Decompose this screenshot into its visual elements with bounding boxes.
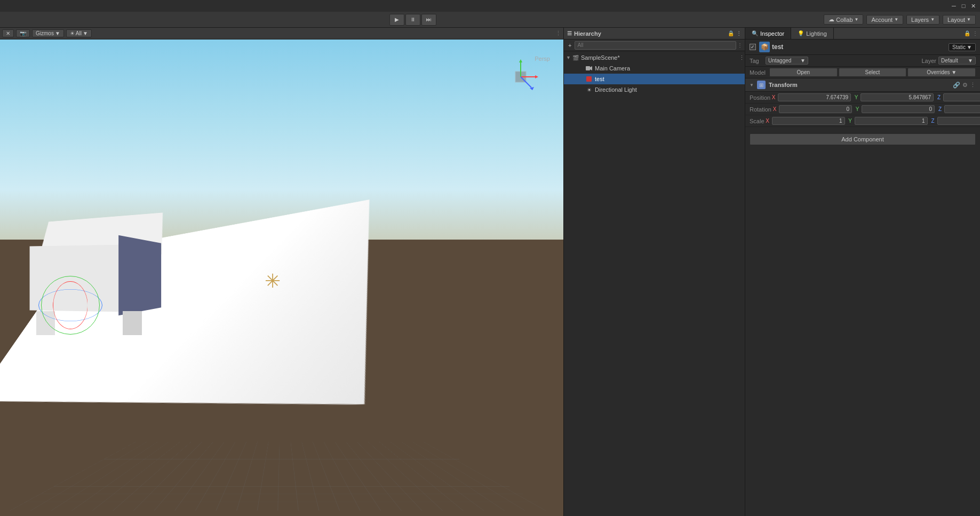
object-leg-right	[123, 311, 141, 335]
ground-grid	[10, 442, 554, 511]
add-component-button[interactable]: Add Component	[750, 133, 976, 145]
play-button[interactable]: ▶	[389, 14, 404, 26]
inspector-tabs: 🔍 Inspector 💡 Lighting 🔒 ⋮	[745, 28, 980, 39]
sun-light-icon: ✳	[265, 268, 281, 292]
tree-item-light[interactable]: ☀ Directional Light	[564, 84, 745, 95]
tree-item-camera[interactable]: Main Camera	[564, 63, 745, 74]
rotation-z-input[interactable]	[944, 105, 980, 113]
scene-root-arrow: ▼	[566, 55, 572, 60]
hierarchy-icon: ☰	[567, 30, 572, 36]
maximize-button[interactable]: □	[959, 1, 968, 11]
scale-x-label: X	[764, 118, 771, 124]
transform-more-icon[interactable]: ⋮	[970, 82, 976, 89]
object-name-input[interactable]	[772, 43, 949, 51]
minimize-button[interactable]: ─	[949, 1, 959, 11]
all-button[interactable]: ☀ All ▼	[66, 29, 92, 37]
scene-root-item[interactable]: ▼ 🎬 SampleScene* ⋮	[564, 52, 745, 63]
hierarchy-header: ☰ Hierarchy 🔒 ⋮	[564, 28, 745, 39]
inspector-content: ✓ 📦 Static ▼ Tag Untagged ▼ Layer	[745, 39, 980, 516]
camera-icon	[585, 65, 593, 72]
transform-title: Transform	[769, 82, 953, 88]
tag-value: Untagged	[768, 58, 791, 63]
static-label: Static	[952, 44, 966, 50]
scene-more-btn[interactable]: ⋮	[739, 54, 745, 61]
collab-button[interactable]: ☁ Collab ▼	[824, 14, 863, 25]
static-badge[interactable]: Static ▼	[949, 43, 976, 51]
object-icon: 📦	[759, 42, 770, 52]
scene-more-button[interactable]: ⋮	[555, 30, 561, 37]
tag-arrow: ▼	[800, 58, 806, 63]
layers-button[interactable]: Layers ▼	[906, 15, 939, 25]
scale-y-input[interactable]	[855, 117, 928, 125]
tab-lighting[interactable]: 💡 Lighting	[791, 28, 834, 39]
layer-arrow: ▼	[968, 58, 973, 63]
overrides-button[interactable]: Overrides ▼	[907, 68, 976, 77]
layer-value: Default	[941, 58, 958, 63]
position-x-input[interactable]	[778, 93, 851, 101]
inspector-panel: 🔍 Inspector 💡 Lighting 🔒 ⋮ ✓ 📦 Static ▼	[745, 28, 980, 516]
rotation-z-label: Z	[937, 106, 943, 112]
scale-y-label: Y	[847, 118, 854, 124]
position-x-label: X	[770, 94, 777, 100]
model-row: Model Open Select Overrides ▼	[745, 67, 980, 78]
tab-inspector[interactable]: 🔍 Inspector	[745, 28, 791, 39]
svg-rect-9	[586, 76, 592, 82]
select-button[interactable]: Select	[839, 68, 907, 77]
scene-name-label: SampleScene*	[581, 54, 620, 61]
light-icon: ☀	[585, 86, 593, 93]
position-y-input[interactable]	[861, 93, 934, 101]
tree-item-test[interactable]: test	[564, 74, 745, 84]
scale-z-label: Z	[930, 118, 936, 124]
close-button[interactable]: ✕	[968, 1, 978, 11]
layout-button[interactable]: Layout ▼	[943, 15, 976, 25]
transform-icon: ⊞	[757, 81, 766, 89]
inspector-tab-label: Inspector	[760, 30, 784, 37]
camera-label: Main Camera	[595, 65, 630, 72]
rotation-x-input[interactable]	[779, 105, 852, 113]
tag-label: Tag	[750, 58, 766, 64]
position-z-input[interactable]	[943, 93, 980, 101]
tag-dropdown[interactable]: Untagged ▼	[766, 57, 808, 65]
position-label: Position	[750, 94, 770, 101]
model-label: Model	[750, 69, 768, 76]
pause-button[interactable]: ⏸	[405, 14, 420, 26]
hierarchy-search-input[interactable]	[575, 41, 736, 50]
scale-x-input[interactable]	[772, 117, 845, 125]
scene-gizmo	[502, 58, 539, 96]
tag-layer-row: Tag Untagged ▼ Layer Default ▼	[745, 55, 980, 67]
scale-row: Scale X Y Z	[745, 115, 980, 127]
svg-marker-4	[519, 59, 522, 62]
hierarchy-more-button[interactable]: ⋮	[736, 30, 742, 36]
svg-marker-8	[590, 66, 592, 70]
open-button[interactable]: Open	[769, 68, 838, 77]
transform-settings-icon[interactable]: ⚙	[962, 82, 968, 89]
svg-marker-2	[535, 75, 538, 78]
scene-close-button[interactable]: ✕	[2, 29, 14, 37]
inspector-lock-button[interactable]: 🔒	[964, 30, 970, 36]
hierarchy-more-options[interactable]: ⋮	[737, 42, 743, 48]
position-y-label: Y	[853, 94, 859, 100]
step-button[interactable]: ⏭	[421, 14, 436, 26]
gizmos-button[interactable]: Gizmos ▼	[32, 29, 64, 37]
scene-panel: ✕ 📷 Gizmos ▼ ☀ All ▼ ⋮	[0, 28, 564, 516]
scale-z-input[interactable]	[937, 117, 980, 125]
transform-section-header[interactable]: ▼ ⊞ Transform 🔗 ⚙ ⋮	[745, 78, 980, 92]
inspector-more-button[interactable]: ⋮	[973, 30, 978, 36]
title-bar: ─ □ ✕	[0, 0, 980, 12]
add-component-section: Add Component	[745, 127, 980, 152]
rotation-y-input[interactable]	[862, 105, 935, 113]
scene-view: ✳	[0, 39, 563, 516]
rotation-circle-green	[41, 276, 100, 335]
hierarchy-add-button[interactable]: +	[566, 42, 573, 49]
object-side	[119, 235, 162, 316]
scene-camera-button[interactable]: 📷	[16, 29, 30, 37]
hierarchy-lock-button[interactable]: 🔒	[728, 30, 734, 36]
test-object-icon	[585, 75, 593, 83]
scene-canvas: ✳	[0, 39, 563, 516]
position-z-label: Z	[936, 94, 942, 100]
account-button[interactable]: Account ▼	[866, 15, 903, 25]
layer-dropdown[interactable]: Default ▼	[938, 57, 976, 65]
rotation-x-label: X	[771, 106, 778, 112]
transform-link-icon[interactable]: 🔗	[953, 82, 960, 89]
object-enabled-checkbox[interactable]: ✓	[750, 44, 756, 50]
